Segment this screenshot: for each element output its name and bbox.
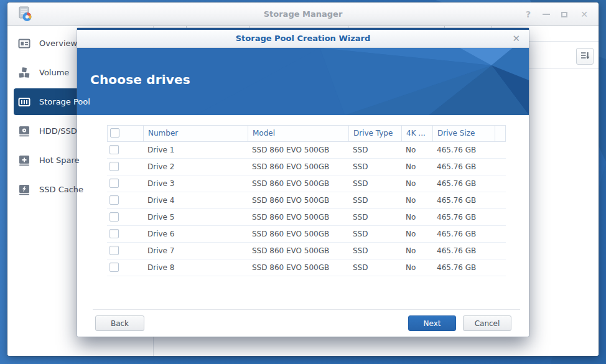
cell-4k: No [401, 259, 432, 276]
dialog-banner: Choose drives [77, 48, 529, 115]
volume-icon [17, 66, 31, 80]
table-row[interactable]: Drive 6SSD 860 EVO 500GBSSDNo465.76 GB [107, 226, 506, 243]
cell-model: SSD 860 EVO 500GB [248, 159, 348, 175]
maximize-icon[interactable] [561, 12, 570, 17]
header-checkbox-cell [108, 126, 144, 141]
row-checkbox[interactable] [110, 179, 119, 188]
cell-number: Drive 3 [143, 175, 248, 192]
row-checkbox[interactable] [110, 263, 119, 272]
ssd-cache-icon [17, 183, 31, 197]
cell-4k: No [401, 142, 432, 158]
row-checkbox[interactable] [110, 195, 119, 205]
cell-drive-size: 465.76 GB [432, 243, 495, 259]
dialog-close-icon[interactable]: ✕ [512, 33, 520, 44]
cell-number: Drive 4 [143, 192, 248, 208]
sidebar-item-label: Hot Spare [39, 156, 80, 165]
cell-number: Drive 1 [143, 142, 248, 158]
column-header-drive-type[interactable]: Drive Type [349, 126, 402, 141]
cell-drive-type: SSD [348, 226, 401, 242]
cell-4k: No [401, 209, 432, 225]
cell-drive-size: 465.76 GB [432, 192, 495, 208]
table-row[interactable]: Drive 3SSD 860 EVO 500GBSSDNo465.76 GB [107, 175, 506, 192]
cell-model: SSD 860 EVO 500GB [248, 259, 348, 276]
sidebar-item-label: HDD/SSD [39, 126, 77, 136]
cell-drive-size: 465.76 GB [432, 226, 495, 242]
minimize-icon[interactable] [543, 14, 551, 15]
drive-table: Number Model Drive Type 4K ... Drive Siz… [107, 125, 506, 276]
cell-model: SSD 860 EVO 500GB [248, 192, 348, 208]
column-header-4k[interactable]: 4K ... [402, 126, 433, 141]
table-row[interactable]: Drive 1SSD 860 EVO 500GBSSDNo465.76 GB [107, 142, 506, 159]
cell-model: SSD 860 EVO 500GB [248, 243, 348, 259]
cell-drive-type: SSD [348, 142, 401, 158]
window-close-icon[interactable]: ✕ [580, 9, 589, 19]
titlebar[interactable]: Storage Manager ? ✕ [7, 2, 599, 26]
storage-pool-creation-wizard-dialog: Storage Pool Creation Wizard ✕ Choose dr… [77, 28, 529, 337]
dialog-header[interactable]: Storage Pool Creation Wizard ✕ [77, 28, 529, 48]
desktop-background: Storage Manager ? ✕ [0, 0, 606, 364]
next-button[interactable]: Next [408, 315, 456, 331]
column-header-drive-size[interactable]: Drive Size [433, 126, 495, 141]
cell-model: SSD 860 EVO 500GB [248, 175, 348, 192]
sidebar-item-label: SSD Cache [39, 185, 83, 194]
column-header-model[interactable]: Model [248, 126, 349, 141]
cell-model: SSD 860 EVO 500GB [248, 209, 348, 225]
cell-4k: No [401, 175, 432, 192]
cell-drive-type: SSD [348, 259, 401, 276]
wizard-step-heading: Choose drives [90, 72, 190, 87]
cell-4k: No [401, 226, 432, 242]
table-row[interactable]: Drive 8SSD 860 EVO 500GBSSDNo465.76 GB [107, 259, 506, 276]
cell-drive-size: 465.76 GB [432, 159, 495, 175]
hdd-ssd-icon [17, 124, 31, 138]
cancel-button[interactable]: Cancel [463, 315, 511, 331]
cell-number: Drive 7 [143, 243, 248, 259]
table-row[interactable]: Drive 4SSD 860 EVO 500GBSSDNo465.76 GB [107, 192, 506, 209]
drive-table-body: Drive 1SSD 860 EVO 500GBSSDNo465.76 GBDr… [107, 142, 506, 276]
cell-model: SSD 860 EVO 500GB [248, 142, 348, 158]
row-checkbox[interactable] [110, 212, 119, 222]
cell-model: SSD 860 EVO 500GB [248, 226, 348, 242]
drive-table-header[interactable]: Number Model Drive Type 4K ... Drive Siz… [107, 125, 506, 142]
cell-4k: No [401, 243, 432, 259]
table-row[interactable]: Drive 5SSD 860 EVO 500GBSSDNo465.76 GB [107, 209, 506, 226]
cell-drive-type: SSD [348, 192, 401, 208]
cell-drive-type: SSD [348, 159, 401, 175]
row-checkbox[interactable] [110, 229, 119, 238]
cell-drive-type: SSD [348, 209, 401, 225]
dialog-title: Storage Pool Creation Wizard [77, 30, 529, 47]
hot-spare-icon [17, 154, 31, 167]
cell-drive-type: SSD [348, 243, 401, 259]
back-button[interactable]: Back [95, 315, 144, 331]
row-checkbox[interactable] [110, 145, 119, 154]
sidebar-item-label: Overview [39, 39, 77, 48]
table-row[interactable]: Drive 7SSD 860 EVO 500GBSSDNo465.76 GB [107, 243, 506, 259]
help-icon[interactable]: ? [524, 9, 533, 19]
cell-drive-size: 465.76 GB [432, 175, 495, 192]
cell-number: Drive 5 [143, 209, 248, 225]
cell-drive-type: SSD [348, 175, 401, 192]
dialog-footer: Back Next Cancel [93, 309, 520, 337]
table-row[interactable]: Drive 2SSD 860 EVO 500GBSSDNo465.76 GB [107, 159, 506, 175]
column-header-spacer [495, 126, 505, 141]
cell-drive-size: 465.76 GB [432, 209, 495, 225]
sort-list-icon [580, 50, 590, 63]
row-checkbox[interactable] [110, 246, 119, 255]
sidebar-item-label: Volume [39, 68, 69, 77]
window-title: Storage Manager [7, 2, 599, 26]
storage-pool-icon [17, 95, 31, 109]
cell-drive-size: 465.76 GB [432, 142, 495, 158]
sidebar-item-label: Storage Pool [39, 97, 90, 106]
row-checkbox[interactable] [110, 162, 119, 171]
sort-button[interactable] [576, 48, 594, 65]
cell-number: Drive 6 [143, 226, 248, 242]
cell-drive-size: 465.76 GB [432, 259, 495, 276]
cell-number: Drive 2 [143, 159, 248, 175]
cell-4k: No [401, 192, 432, 208]
overview-icon [17, 37, 31, 50]
column-header-number[interactable]: Number [144, 126, 248, 141]
select-all-checkbox[interactable] [110, 128, 119, 138]
cell-number: Drive 8 [143, 259, 248, 276]
cell-4k: No [401, 159, 432, 175]
